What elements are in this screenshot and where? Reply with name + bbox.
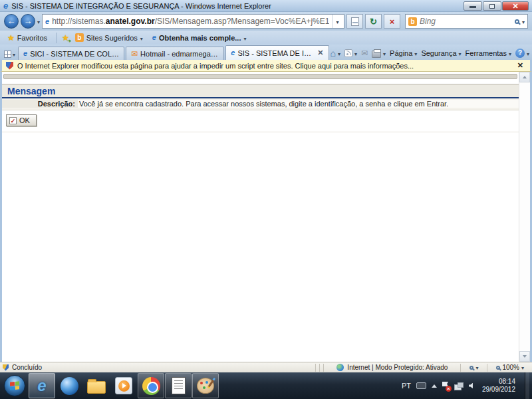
search-input[interactable]: Bing: [420, 17, 512, 26]
description-label: Descrição:: [2, 100, 78, 108]
page-icon: e: [45, 18, 49, 25]
page-title: Mensagem: [7, 86, 55, 96]
address-bar[interactable]: e http://sistemas.anatel.gov.br/SIS/Mens…: [42, 14, 344, 29]
quick-tabs-button[interactable]: [3, 50, 18, 60]
chevron-down-icon: [459, 49, 462, 57]
window-title: SIS - SISTEMA DE INTEGRAÇÃO E SEGURANÇA …: [11, 2, 460, 10]
show-hidden-icons-button[interactable]: [432, 384, 437, 388]
action-center-flag-icon[interactable]: [442, 382, 449, 390]
minimize-button[interactable]: [464, 1, 482, 11]
favorites-button[interactable]: ★ Favoritos: [4, 33, 51, 43]
search-icon[interactable]: [515, 19, 519, 24]
keyboard-icon[interactable]: [416, 382, 426, 389]
zoom-level-text: 100%: [502, 364, 519, 371]
feeds-button[interactable]: [344, 49, 357, 57]
ie-logo-icon: e: [3, 1, 8, 10]
read-mail-button[interactable]: ✉: [361, 49, 368, 58]
network-icon[interactable]: [454, 382, 464, 390]
stop-icon: ×: [390, 17, 395, 27]
speaker-icon[interactable]: [469, 383, 473, 388]
forward-button[interactable]: →: [21, 14, 35, 29]
chevron-down-icon: [383, 49, 386, 57]
show-desktop-button[interactable]: [525, 372, 529, 399]
chevron-down-icon: [527, 49, 529, 57]
internet-zone-icon: [336, 364, 344, 371]
internet-explorer-icon: e: [37, 376, 46, 395]
recent-pages-dropdown[interactable]: [37, 17, 40, 25]
tab-hotmail[interactable]: ✉ Hotmail - edmarmega@...: [126, 47, 224, 60]
ie-icon: e: [231, 49, 235, 57]
stop-button[interactable]: ×: [384, 14, 400, 29]
zone-text: Internet | Modo Protegido: Ativado: [347, 364, 448, 371]
help-button[interactable]: ?: [515, 49, 529, 58]
chevron-down-icon: [521, 364, 524, 371]
restore-button[interactable]: [483, 1, 501, 11]
taskbar-document-app[interactable]: [165, 373, 192, 398]
tools-menu-button[interactable]: Ferramentas: [466, 49, 511, 57]
back-button[interactable]: ←: [4, 14, 19, 29]
search-box[interactable]: b Bing: [405, 14, 528, 29]
home-button[interactable]: ⌂: [331, 49, 340, 58]
tab-close-icon[interactable]: ✕: [316, 49, 323, 57]
chevron-down-icon: [509, 49, 511, 57]
scroll-up-button[interactable]: [519, 72, 530, 82]
taskbar-app-sphere[interactable]: [56, 373, 82, 398]
favorites-bar: ★ Favoritos ★ b Sites Sugeridos e Obtenh…: [0, 31, 532, 45]
address-dropdown[interactable]: [332, 15, 342, 28]
compatibility-view-button[interactable]: [346, 14, 363, 29]
chevron-down-icon: [243, 34, 246, 42]
page-header-strip: [3, 74, 517, 79]
ok-button[interactable]: ✓ OK: [6, 114, 37, 126]
check-icon: ✓: [9, 117, 17, 124]
scroll-down-button[interactable]: [519, 351, 530, 362]
windows-taskbar: e PT 08:14 29/09/2012: [0, 372, 532, 399]
minimize-icon: [469, 6, 476, 8]
description-row: Descrição: Você já se encontra cadastrad…: [2, 98, 519, 110]
search-options-dropdown[interactable]: [522, 17, 525, 25]
mail-icon: ✉: [361, 49, 368, 58]
taskbar-media-player[interactable]: [110, 373, 137, 398]
taskbar-windows-explorer[interactable]: [83, 373, 110, 398]
media-player-icon: [115, 377, 132, 394]
security-menu-button[interactable]: Segurança: [421, 49, 461, 57]
language-indicator[interactable]: PT: [402, 382, 411, 390]
security-zone: Internet | Modo Protegido: Ativado: [327, 364, 457, 371]
taskbar-chrome[interactable]: [138, 373, 164, 398]
document-icon: [172, 377, 186, 394]
url-text: http://sistemas.anatel.gov.br/SIS/Mensag…: [52, 17, 329, 26]
folder-icon: [87, 381, 106, 394]
windows-start-orb-icon: [4, 375, 25, 396]
page-menu-button[interactable]: Página: [390, 49, 417, 57]
blue-sphere-icon: [61, 377, 78, 395]
suggested-sites-button[interactable]: b Sites Sugeridos: [72, 33, 146, 43]
clock[interactable]: 08:14 29/09/2012: [478, 378, 519, 394]
divider: [56, 33, 57, 43]
envelope-icon: ✉: [131, 49, 138, 59]
print-button[interactable]: [372, 49, 386, 58]
information-bar[interactable]: O Internet Explorer modificou esta págin…: [0, 60, 532, 72]
get-more-addons-button[interactable]: e Obtenha mais comple...: [149, 33, 250, 43]
chevron-down-icon: [13, 50, 15, 58]
taskbar-internet-explorer[interactable]: e: [29, 373, 55, 398]
infobar-message[interactable]: O Internet Explorer modificou esta págin…: [17, 62, 511, 70]
tab-sis-active[interactable]: e SIS - SISTEMA DE INT... ✕: [225, 45, 329, 60]
vertical-scrollbar[interactable]: [519, 72, 530, 362]
refresh-button[interactable]: ↻: [365, 14, 382, 29]
window-controls: ✕: [464, 1, 529, 11]
status-bar: Concluído Internet | Modo Protegido: Ati…: [0, 362, 532, 372]
zoom-level-button[interactable]: 100%: [491, 364, 529, 371]
close-button[interactable]: ✕: [502, 1, 529, 11]
start-button[interactable]: [1, 373, 28, 398]
restore-icon: [489, 4, 495, 9]
tab-sici[interactable]: e SICI - SISTEMA DE COLET...: [18, 47, 124, 60]
web-page: Mensagem Descrição: Você já se encontra …: [2, 72, 519, 362]
divider: [460, 364, 461, 372]
infobar-close-icon[interactable]: ✕: [515, 61, 526, 70]
printer-icon: [372, 51, 381, 58]
bing-icon: b: [408, 17, 417, 26]
command-bar: ⌂ ✉ Página Segurança Ferramentas ?: [331, 49, 529, 60]
taskbar-paint[interactable]: [192, 373, 219, 398]
zoom-select-button[interactable]: [464, 364, 483, 371]
page-content: Mensagem Descrição: Você já se encontra …: [0, 72, 532, 362]
add-to-favorites-bar-icon[interactable]: ★: [62, 33, 69, 43]
